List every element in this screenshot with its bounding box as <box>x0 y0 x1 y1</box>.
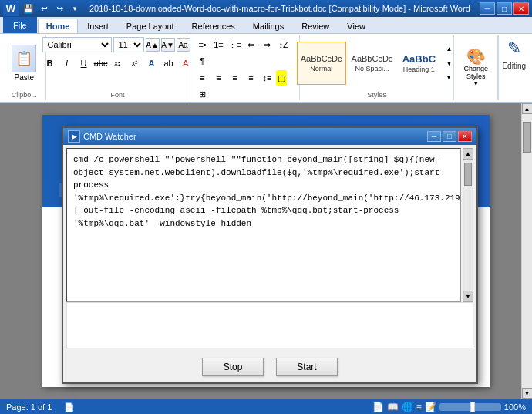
quick-access-dropdown[interactable]: ▼ <box>68 2 82 15</box>
cmd-scrollbar[interactable]: ▲ ▼ <box>463 148 473 302</box>
tab-insert[interactable]: Insert <box>79 19 117 33</box>
tab-page-layout[interactable]: Page Layout <box>118 19 183 33</box>
clipboard-content: 📋 Paste <box>5 37 42 89</box>
cmd-buttons-area: Stop Start <box>63 352 476 382</box>
cmd-watcher-dialog: ▶ CMD Watcher ─ □ ✕ cmd /c powershell "'… <box>62 126 478 384</box>
zoom-thumb <box>470 402 475 412</box>
cmd-minimize-button[interactable]: ─ <box>427 131 441 142</box>
page-info: Page: 1 of 1 <box>6 402 52 412</box>
change-styles-group: 🎨 ChangeStyles ▼ <box>454 35 498 100</box>
status-bar: Page: 1 of 1 📄 📄 📖 🌐 ≡ 📝 100% <box>0 399 532 414</box>
font-format-row: B I U abc x₂ x² A ab A <box>42 56 194 71</box>
text-effects-button[interactable]: A <box>144 56 160 71</box>
style-normal[interactable]: AaBbCcDc Normal <box>297 42 346 85</box>
increase-font-btn[interactable]: A▲ <box>146 38 160 52</box>
view-full-reading[interactable]: 📖 <box>387 402 399 412</box>
style-normal-label: Normal <box>310 65 332 72</box>
tab-view[interactable]: View <box>338 19 374 33</box>
view-print-layout[interactable]: 📄 <box>372 402 384 412</box>
borders-button[interactable]: ⊞ <box>195 86 210 102</box>
stop-button[interactable]: Stop <box>202 358 264 376</box>
justify-button[interactable]: ≡ <box>244 70 259 86</box>
scroll-up-button[interactable]: ▲ <box>522 103 533 114</box>
minimize-button[interactable]: ─ <box>480 2 495 15</box>
tab-references[interactable]: References <box>184 19 244 33</box>
font-name-row: Calibri 11 A▲ A▼ Aa <box>42 37 190 52</box>
styles-group: AaBbCcDc Normal AaBbCcDc No Spaci... AaB… <box>300 35 454 100</box>
styles-label: Styles <box>305 91 449 99</box>
sort-button[interactable]: ↕Z <box>276 37 291 52</box>
strikethrough-button[interactable]: abc <box>93 56 109 71</box>
font-size-select[interactable]: 11 <box>113 37 144 52</box>
restore-button[interactable]: □ <box>497 2 512 15</box>
decrease-indent-button[interactable]: ⇐ <box>244 37 259 52</box>
cmd-title-left: ▶ CMD Watcher <box>68 130 136 143</box>
editing-area: ✎ Editing <box>498 35 529 100</box>
subscript-button[interactable]: x₂ <box>110 56 126 71</box>
cmd-maximize-button[interactable]: □ <box>443 131 456 142</box>
view-outline[interactable]: ≡ <box>416 402 422 412</box>
font-name-select[interactable]: Calibri <box>42 37 112 52</box>
shading-button[interactable]: ▢ <box>276 70 287 86</box>
increase-indent-button[interactable]: ⇒ <box>260 37 275 52</box>
cmd-dialog-title: CMD Watcher <box>83 132 136 141</box>
cmd-scroll-thumb <box>464 163 472 186</box>
numbering-button[interactable]: 1≡ <box>211 37 227 52</box>
cmd-scroll-track <box>463 160 473 291</box>
word-count-icon: 📄 <box>64 402 75 412</box>
style-normal-preview: AaBbCcDc <box>301 55 342 63</box>
zoom-level: 100% <box>504 402 526 412</box>
style-heading1[interactable]: AaBbC Heading 1 <box>398 42 439 85</box>
line-spacing-button[interactable]: ↕≡ <box>260 70 275 86</box>
view-draft[interactable]: 📝 <box>425 402 436 412</box>
tab-mailings[interactable]: Mailings <box>244 19 292 33</box>
paste-icon: 📋 <box>12 45 36 72</box>
paste-button[interactable]: 📋 Paste <box>5 45 42 82</box>
ribbon: 📋 Paste Clipbo... Calibri 11 A▲ A▼ Aa B … <box>0 34 532 103</box>
save-quick-btn[interactable]: 💾 <box>22 2 35 15</box>
superscript-button[interactable]: x² <box>127 56 143 71</box>
cmd-text-area[interactable]: cmd /c powershell "'powershell ""functio… <box>66 148 461 302</box>
cmd-text-container: cmd /c powershell "'powershell ""functio… <box>66 148 473 302</box>
title-bar: W 💾 ↩ ↪ ▼ 2018-10-18-downloaded-Word-doc… <box>0 0 532 17</box>
bold-button[interactable]: B <box>42 56 58 71</box>
align-left-button[interactable]: ≡ <box>195 70 210 86</box>
start-button[interactable]: Start <box>276 358 338 376</box>
bullets-button[interactable]: ≡• <box>195 37 210 52</box>
zoom-slider[interactable] <box>439 403 501 411</box>
highlight-button[interactable]: ab <box>161 56 177 71</box>
italic-button[interactable]: I <box>59 56 75 71</box>
redo-quick-btn[interactable]: ↪ <box>52 2 66 15</box>
clear-format-btn[interactable]: Aa <box>177 38 190 52</box>
cmd-content-area: cmd /c powershell "'powershell ""functio… <box>63 145 476 352</box>
cmd-close-button[interactable]: ✕ <box>458 131 472 142</box>
scroll-thumb <box>523 122 531 153</box>
style-heading1-label: Heading 1 <box>403 66 435 73</box>
tab-file[interactable]: File <box>3 17 37 33</box>
align-center-button[interactable]: ≡ <box>211 70 227 86</box>
cmd-scroll-down-btn[interactable]: ▼ <box>463 291 473 301</box>
style-no-spacing[interactable]: AaBbCcDc No Spaci... <box>348 42 397 85</box>
quick-access-toolbar: 💾 ↩ ↪ ▼ <box>22 2 82 15</box>
editing-label: Editing <box>502 62 526 70</box>
multilevel-button[interactable]: ⋮≡ <box>227 37 243 52</box>
tab-review[interactable]: Review <box>293 19 338 33</box>
align-right-button[interactable]: ≡ <box>227 70 243 86</box>
paragraph-icons-top: ≡• 1≡ ⋮≡ ⇐ ⇒ ↕Z ¶ <box>195 37 295 69</box>
underline-button[interactable]: U <box>76 56 92 71</box>
paragraph-group: ≡• 1≡ ⋮≡ ⇐ ⇒ ↕Z ¶ ≡ ≡ ≡ ≡ ↕≡ ▢ ⊞ Paragra… <box>190 35 301 100</box>
doc-scrollbar-right[interactable]: ▲ ▼ <box>521 103 532 399</box>
change-styles-icon: 🎨 <box>466 47 486 66</box>
undo-quick-btn[interactable]: ↩ <box>37 2 51 15</box>
status-bar-right: 📄 📖 🌐 ≡ 📝 100% <box>372 402 526 412</box>
close-button[interactable]: ✕ <box>513 2 529 15</box>
show-hide-button[interactable]: ¶ <box>195 53 210 69</box>
document-area: M Document created in earlier FEEBUF ▶ C… <box>0 103 532 399</box>
style-no-spacing-label: No Spaci... <box>355 65 389 72</box>
tab-home[interactable]: Home <box>38 19 79 33</box>
cmd-scroll-up-btn[interactable]: ▲ <box>463 149 473 160</box>
decrease-font-btn[interactable]: A▼ <box>161 38 175 52</box>
view-web-layout[interactable]: 🌐 <box>402 402 413 412</box>
scroll-down-button[interactable]: ▼ <box>522 388 533 399</box>
change-styles-button[interactable]: 🎨 ChangeStyles ▼ <box>456 45 495 89</box>
